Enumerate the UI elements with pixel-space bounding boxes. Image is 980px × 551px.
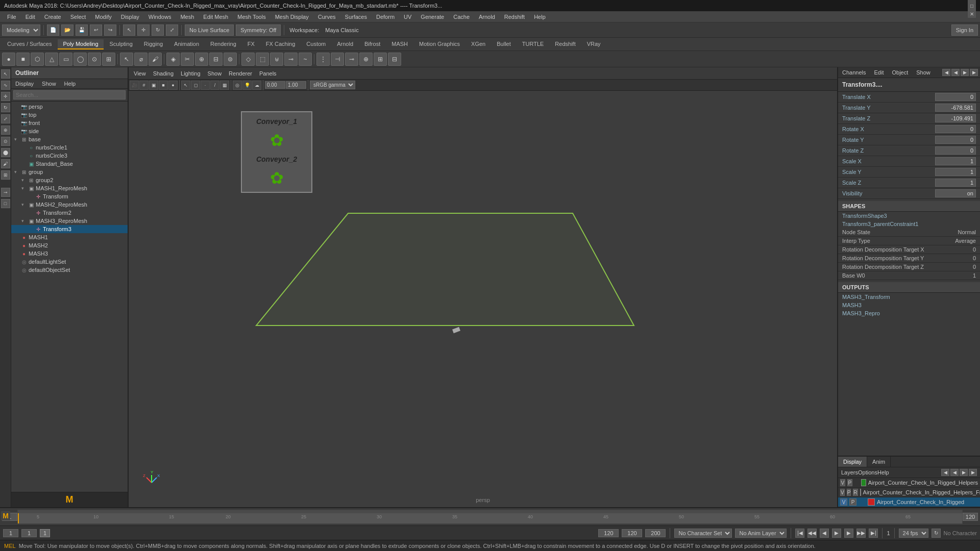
tree-item-mash3-repromesh[interactable]: ▾ ▣ MASH3_ReproMesh bbox=[11, 217, 128, 225]
rb-tab-anim[interactable]: Anim bbox=[867, 457, 891, 467]
next-frame-btn[interactable]: ▶ bbox=[844, 529, 853, 538]
universal-manip[interactable]: ⊕ bbox=[1, 126, 10, 135]
vp-menu-view[interactable]: View bbox=[131, 69, 149, 78]
menu-select[interactable]: Select bbox=[66, 13, 90, 21]
maximize-button[interactable]: □ bbox=[968, 2, 976, 10]
menu-uv[interactable]: UV bbox=[400, 13, 415, 21]
tree-item-front[interactable]: 📷 front bbox=[11, 119, 128, 127]
cube-icon-btn[interactable]: ■ bbox=[16, 53, 30, 66]
timeline-ruler[interactable]: 5 10 15 20 25 30 35 40 45 50 55 60 65 bbox=[17, 510, 963, 524]
menu-edit[interactable]: Edit bbox=[21, 13, 39, 21]
sign-in-btn[interactable]: Sign In bbox=[951, 24, 978, 36]
ch-value-rz[interactable] bbox=[935, 146, 976, 155]
channels-tab[interactable]: Channels bbox=[838, 67, 870, 78]
tree-item-side[interactable]: 📷 side bbox=[11, 127, 128, 135]
object-tab[interactable]: Object bbox=[888, 67, 912, 78]
output-mash3-repro[interactable]: MASH3_Repro bbox=[838, 309, 980, 317]
viewport[interactable]: Conveyor_1 ✿ Conveyor_2 ✿ X Z bbox=[129, 91, 837, 507]
tree-item-mash3[interactable]: ● MASH3 bbox=[11, 249, 128, 258]
layer-r-2[interactable]: R bbox=[853, 489, 857, 496]
layer-back-btn[interactable]: ◀ bbox=[941, 469, 949, 476]
loop-btn[interactable]: ↻ bbox=[932, 529, 941, 538]
show-manip[interactable]: ⊞ bbox=[1, 170, 10, 180]
output-mash3[interactable]: MASH3 bbox=[838, 301, 980, 309]
play-btn[interactable]: ▶ bbox=[832, 529, 841, 538]
outliner-display[interactable]: Display bbox=[11, 79, 38, 88]
quad-draw-btn[interactable]: ◈ bbox=[166, 53, 180, 66]
layer-p-3[interactable]: P bbox=[849, 498, 856, 506]
paint-weights[interactable]: 🖌 bbox=[1, 159, 10, 168]
mesh-icon-btn[interactable]: ⊞ bbox=[102, 53, 115, 66]
prev-frame-btn[interactable]: ◀ bbox=[820, 529, 829, 538]
sculpt-tool[interactable]: ⬤ bbox=[1, 148, 10, 157]
menu-windows[interactable]: Windows bbox=[144, 13, 176, 21]
menu-help[interactable]: Help bbox=[530, 13, 550, 21]
tree-item-nurbsCircle1[interactable]: ○ nurbsCircle1 bbox=[11, 143, 128, 152]
vp-shadow-btn[interactable]: ☁ bbox=[252, 81, 261, 90]
scale-tool[interactable]: ⤢ bbox=[1, 114, 10, 123]
bridge-btn[interactable]: ⊟ bbox=[209, 53, 223, 66]
vp-light-btn[interactable]: 💡 bbox=[242, 81, 252, 90]
save-btn[interactable]: 💾 bbox=[76, 24, 88, 36]
merge-btn[interactable]: ⊎ bbox=[270, 53, 283, 66]
channels-btn4[interactable]: ▶ bbox=[970, 69, 978, 76]
layer-fwd2-btn[interactable]: ▶ bbox=[969, 469, 977, 476]
tab-bifrost[interactable]: Bifrost bbox=[359, 39, 385, 49]
bevel-btn[interactable]: ◇ bbox=[241, 53, 255, 66]
vp-menu-show[interactable]: Show bbox=[205, 69, 225, 78]
shapes-item-1[interactable]: TransformShape3 bbox=[838, 212, 980, 220]
lasso-tool[interactable]: ∿ bbox=[1, 81, 10, 90]
menu-curves[interactable]: Curves bbox=[314, 13, 340, 21]
tree-item-mash1-repromesh[interactable]: ▾ ▣ MASH1_ReproMesh bbox=[11, 184, 128, 192]
play-start-btn[interactable]: |◀ bbox=[795, 529, 804, 538]
cylinder-icon-btn[interactable]: ⬡ bbox=[31, 53, 44, 66]
total-end-input[interactable] bbox=[622, 529, 642, 537]
sphere-icon-btn[interactable]: ● bbox=[2, 53, 15, 66]
menu-edit-mesh[interactable]: Edit Mesh bbox=[199, 13, 232, 21]
tab-rigging[interactable]: Rigging bbox=[139, 39, 168, 49]
boolean-btn[interactable]: ⊕ bbox=[359, 53, 373, 66]
tree-item-group[interactable]: ▾ ⊞ group bbox=[11, 168, 128, 176]
ch-value-vis[interactable] bbox=[935, 189, 976, 197]
smooth-btn[interactable]: ⊸ bbox=[345, 53, 358, 66]
menu-mesh[interactable]: Mesh bbox=[176, 13, 198, 21]
tab-motion-graphics[interactable]: Motion Graphics bbox=[414, 39, 465, 49]
step-back-btn[interactable]: ◀◀ bbox=[807, 529, 817, 538]
tab-arnold[interactable]: Arnold bbox=[332, 39, 358, 49]
tab-rendering[interactable]: Rendering bbox=[205, 39, 241, 49]
menu-mesh-display[interactable]: Mesh Display bbox=[271, 13, 313, 21]
tab-redshift[interactable]: Redshift bbox=[550, 39, 580, 49]
mode-dropdown[interactable]: Modeling bbox=[2, 24, 40, 36]
layer-p-1[interactable]: P bbox=[847, 479, 852, 486]
soft-mod-tool[interactable]: ⊙ bbox=[1, 137, 10, 146]
rb-tab-display[interactable]: Display bbox=[838, 457, 867, 467]
tree-item-default-object-set[interactable]: ◎ defaultObjectSet bbox=[11, 266, 128, 274]
soften-btn[interactable]: ~ bbox=[299, 53, 312, 66]
menu-display[interactable]: Display bbox=[117, 13, 143, 21]
menu-mesh-tools[interactable]: Mesh Tools bbox=[233, 13, 270, 21]
select-tool[interactable]: ↖ bbox=[1, 69, 10, 79]
paint-sel-btn[interactable]: 🖌 bbox=[149, 53, 162, 66]
outliner-show[interactable]: Show bbox=[38, 79, 60, 88]
shapes-item-2[interactable]: Transform3_parentConstraint1 bbox=[838, 220, 980, 228]
ch-value-sz[interactable] bbox=[935, 179, 976, 187]
channels-btn1[interactable]: ◀ bbox=[942, 69, 950, 76]
tab-vray[interactable]: VRay bbox=[582, 39, 606, 49]
snap-btn[interactable]: ⊸ bbox=[1, 188, 10, 197]
vp-isolate-btn[interactable]: ◎ bbox=[233, 81, 242, 90]
show-tab[interactable]: Show bbox=[912, 67, 935, 78]
menu-redshift[interactable]: Redshift bbox=[500, 13, 529, 21]
tree-item-persp[interactable]: 📷 persp bbox=[11, 103, 128, 111]
tab-fx-caching[interactable]: FX Caching bbox=[261, 39, 300, 49]
layer-p-2[interactable]: P bbox=[847, 489, 851, 496]
tree-item-mash2[interactable]: ● MASH2 bbox=[11, 241, 128, 249]
tree-item-transform3[interactable]: ✛ Transform3 bbox=[11, 225, 128, 233]
tab-fx[interactable]: FX bbox=[242, 39, 260, 49]
layer-v-1[interactable]: V bbox=[840, 479, 845, 486]
tab-animation[interactable]: Animation bbox=[169, 39, 204, 49]
tab-xgen[interactable]: XGen bbox=[466, 39, 491, 49]
lasso-btn[interactable]: ⌀ bbox=[134, 53, 148, 66]
tab-bullet[interactable]: Bullet bbox=[492, 39, 516, 49]
vp-shaded-btn[interactable]: ■ bbox=[159, 81, 168, 90]
vp-vert-btn[interactable]: · bbox=[201, 81, 210, 90]
